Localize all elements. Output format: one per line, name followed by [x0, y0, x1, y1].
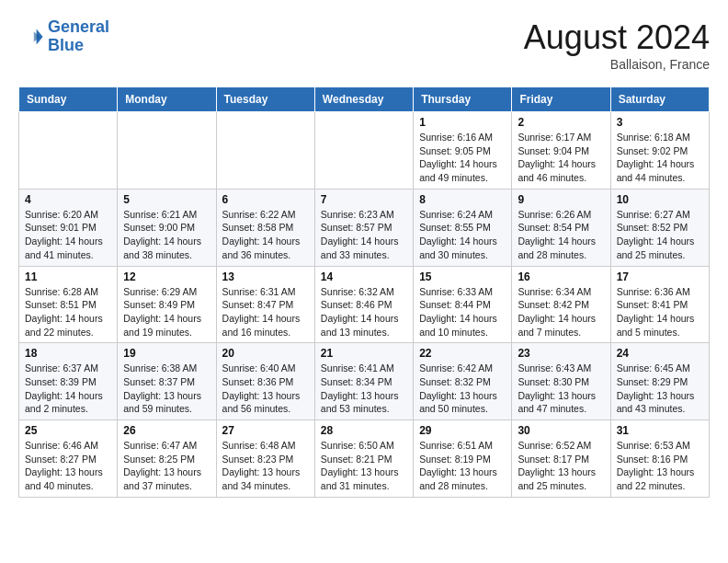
day-number: 20 [222, 347, 309, 360]
day-info: Sunrise: 6:33 AMSunset: 8:44 PMDaylight:… [419, 285, 506, 339]
day-number: 24 [617, 347, 703, 360]
day-number: 30 [518, 424, 604, 437]
calendar-cell: 3Sunrise: 6:18 AMSunset: 9:02 PMDaylight… [610, 112, 709, 190]
day-number: 23 [518, 347, 604, 360]
day-number: 27 [222, 424, 309, 437]
day-info: Sunrise: 6:21 AMSunset: 9:00 PMDaylight:… [123, 208, 210, 262]
logo-text: General Blue [48, 18, 109, 55]
day-info: Sunrise: 6:42 AMSunset: 8:32 PMDaylight:… [419, 362, 506, 416]
day-number: 9 [518, 193, 604, 206]
calendar-cell: 29Sunrise: 6:51 AMSunset: 8:19 PMDayligh… [414, 420, 512, 498]
day-info: Sunrise: 6:41 AMSunset: 8:34 PMDaylight:… [321, 362, 407, 416]
weekday-header: Monday [118, 87, 216, 112]
day-info: Sunrise: 6:36 AMSunset: 8:41 PMDaylight:… [617, 285, 703, 339]
day-number: 19 [123, 347, 210, 360]
day-number: 8 [419, 193, 506, 206]
calendar-cell [216, 112, 314, 190]
day-info: Sunrise: 6:48 AMSunset: 8:23 PMDaylight:… [222, 439, 309, 493]
calendar-cell [118, 112, 216, 190]
calendar-week-row: 4Sunrise: 6:20 AMSunset: 9:01 PMDaylight… [19, 189, 710, 266]
calendar-cell: 27Sunrise: 6:48 AMSunset: 8:23 PMDayligh… [216, 420, 314, 498]
calendar-cell: 10Sunrise: 6:27 AMSunset: 8:52 PMDayligh… [610, 189, 709, 266]
calendar-cell: 12Sunrise: 6:29 AMSunset: 8:49 PMDayligh… [118, 266, 216, 343]
day-info: Sunrise: 6:27 AMSunset: 8:52 PMDaylight:… [617, 208, 703, 262]
day-number: 29 [419, 424, 506, 437]
calendar-cell: 31Sunrise: 6:53 AMSunset: 8:16 PMDayligh… [610, 420, 709, 498]
day-number: 14 [321, 270, 407, 283]
calendar-cell: 21Sunrise: 6:41 AMSunset: 8:34 PMDayligh… [314, 343, 413, 420]
calendar-cell: 8Sunrise: 6:24 AMSunset: 8:55 PMDaylight… [414, 189, 512, 266]
weekday-header: Thursday [414, 87, 512, 112]
calendar-cell: 18Sunrise: 6:37 AMSunset: 8:39 PMDayligh… [19, 343, 118, 420]
month-title: August 2024 [524, 18, 710, 57]
day-number: 4 [25, 193, 111, 206]
calendar-week-row: 11Sunrise: 6:28 AMSunset: 8:51 PMDayligh… [19, 266, 710, 343]
day-info: Sunrise: 6:32 AMSunset: 8:46 PMDaylight:… [321, 285, 407, 339]
calendar-week-row: 25Sunrise: 6:46 AMSunset: 8:27 PMDayligh… [19, 420, 710, 498]
day-info: Sunrise: 6:22 AMSunset: 8:58 PMDaylight:… [222, 208, 309, 262]
title-block: August 2024 Ballaison, France [524, 18, 710, 72]
day-info: Sunrise: 6:28 AMSunset: 8:51 PMDaylight:… [25, 285, 111, 339]
day-number: 25 [25, 424, 111, 437]
calendar-cell: 5Sunrise: 6:21 AMSunset: 9:00 PMDaylight… [118, 189, 216, 266]
day-number: 28 [321, 424, 407, 437]
day-number: 7 [321, 193, 407, 206]
calendar-cell: 20Sunrise: 6:40 AMSunset: 8:36 PMDayligh… [216, 343, 314, 420]
weekday-header: Friday [512, 87, 610, 112]
day-info: Sunrise: 6:52 AMSunset: 8:17 PMDaylight:… [518, 439, 604, 493]
day-info: Sunrise: 6:38 AMSunset: 8:37 PMDaylight:… [123, 362, 210, 416]
day-info: Sunrise: 6:50 AMSunset: 8:21 PMDaylight:… [321, 439, 407, 493]
calendar-cell: 25Sunrise: 6:46 AMSunset: 8:27 PMDayligh… [19, 420, 118, 498]
calendar-cell: 24Sunrise: 6:45 AMSunset: 8:29 PMDayligh… [610, 343, 709, 420]
day-number: 5 [123, 193, 210, 206]
day-info: Sunrise: 6:31 AMSunset: 8:47 PMDaylight:… [222, 285, 309, 339]
day-info: Sunrise: 6:20 AMSunset: 9:01 PMDaylight:… [25, 208, 111, 262]
day-info: Sunrise: 6:45 AMSunset: 8:29 PMDaylight:… [617, 362, 703, 416]
calendar-cell [314, 112, 413, 190]
weekday-header: Saturday [610, 87, 709, 112]
day-info: Sunrise: 6:16 AMSunset: 9:05 PMDaylight:… [419, 131, 506, 185]
page-header: General Blue August 2024 Ballaison, Fran… [18, 18, 710, 72]
day-info: Sunrise: 6:53 AMSunset: 8:16 PMDaylight:… [617, 439, 703, 493]
day-info: Sunrise: 6:26 AMSunset: 8:54 PMDaylight:… [518, 208, 604, 262]
calendar-cell: 9Sunrise: 6:26 AMSunset: 8:54 PMDaylight… [512, 189, 610, 266]
calendar-header-row: SundayMondayTuesdayWednesdayThursdayFrid… [19, 87, 710, 112]
day-number: 31 [617, 424, 703, 437]
calendar-cell: 15Sunrise: 6:33 AMSunset: 8:44 PMDayligh… [414, 266, 512, 343]
day-number: 3 [617, 116, 703, 129]
calendar: SundayMondayTuesdayWednesdayThursdayFrid… [18, 86, 710, 498]
calendar-cell: 22Sunrise: 6:42 AMSunset: 8:32 PMDayligh… [414, 343, 512, 420]
location: Ballaison, France [524, 57, 710, 72]
calendar-cell: 17Sunrise: 6:36 AMSunset: 8:41 PMDayligh… [610, 266, 709, 343]
day-number: 11 [25, 270, 111, 283]
day-number: 12 [123, 270, 210, 283]
day-number: 18 [25, 347, 111, 360]
weekday-header: Wednesday [314, 87, 413, 112]
day-info: Sunrise: 6:47 AMSunset: 8:25 PMDaylight:… [123, 439, 210, 493]
day-info: Sunrise: 6:34 AMSunset: 8:42 PMDaylight:… [518, 285, 604, 339]
day-number: 16 [518, 270, 604, 283]
day-info: Sunrise: 6:29 AMSunset: 8:49 PMDaylight:… [123, 285, 210, 339]
calendar-cell: 30Sunrise: 6:52 AMSunset: 8:17 PMDayligh… [512, 420, 610, 498]
day-number: 17 [617, 270, 703, 283]
day-number: 15 [419, 270, 506, 283]
calendar-cell: 28Sunrise: 6:50 AMSunset: 8:21 PMDayligh… [314, 420, 413, 498]
day-info: Sunrise: 6:51 AMSunset: 8:19 PMDaylight:… [419, 439, 506, 493]
weekday-header: Tuesday [216, 87, 314, 112]
day-number: 22 [419, 347, 506, 360]
calendar-cell: 26Sunrise: 6:47 AMSunset: 8:25 PMDayligh… [118, 420, 216, 498]
day-number: 26 [123, 424, 210, 437]
day-info: Sunrise: 6:40 AMSunset: 8:36 PMDaylight:… [222, 362, 309, 416]
calendar-cell: 11Sunrise: 6:28 AMSunset: 8:51 PMDayligh… [19, 266, 118, 343]
day-info: Sunrise: 6:23 AMSunset: 8:57 PMDaylight:… [321, 208, 407, 262]
day-info: Sunrise: 6:43 AMSunset: 8:30 PMDaylight:… [518, 362, 604, 416]
calendar-cell: 19Sunrise: 6:38 AMSunset: 8:37 PMDayligh… [118, 343, 216, 420]
weekday-header: Sunday [19, 87, 118, 112]
day-number: 21 [321, 347, 407, 360]
day-number: 1 [419, 116, 506, 129]
logo: General Blue [18, 18, 109, 55]
calendar-cell: 6Sunrise: 6:22 AMSunset: 8:58 PMDaylight… [216, 189, 314, 266]
day-info: Sunrise: 6:17 AMSunset: 9:04 PMDaylight:… [518, 131, 604, 185]
calendar-cell: 4Sunrise: 6:20 AMSunset: 9:01 PMDaylight… [19, 189, 118, 266]
calendar-cell: 16Sunrise: 6:34 AMSunset: 8:42 PMDayligh… [512, 266, 610, 343]
